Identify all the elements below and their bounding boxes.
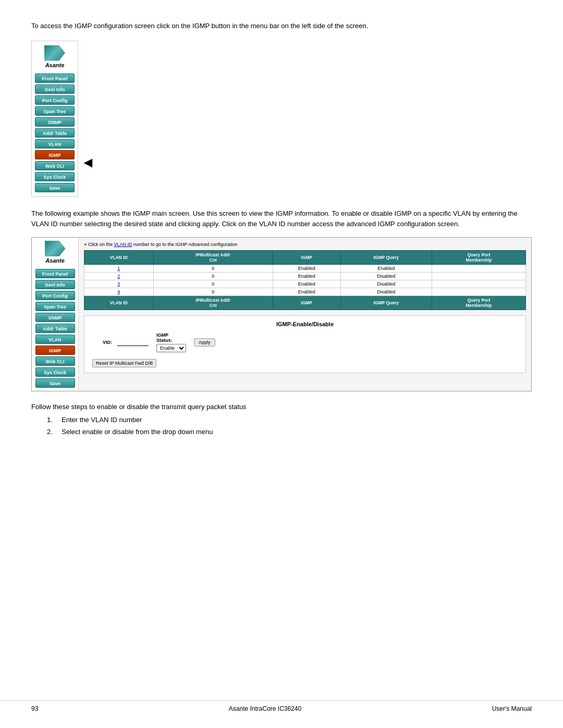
igmp-status-1: Enabled (273, 265, 340, 273)
table-row: 4 0 Enabled Disabled (84, 288, 526, 296)
step-1-number: 1. (47, 416, 57, 424)
ip-cnt-3: 0 (153, 280, 273, 288)
igmp-query-1: Enabled (340, 265, 432, 273)
igmp-status-2: Enabled (273, 273, 340, 280)
igmp-hint-text: ● Click on the VLAN ID number to go to t… (84, 242, 526, 247)
vid-input-line (117, 339, 149, 346)
footer-col-ip-multicast: IPMulticast AddrCnt (153, 296, 273, 310)
ip-cnt-1: 0 (153, 265, 273, 273)
membership-3 (432, 280, 525, 288)
membership-2 (432, 273, 525, 280)
menu-btn-sys-clock[interactable]: Sys Clock (35, 172, 75, 181)
second-paragraph: The following example shows the IGMP mai… (31, 208, 532, 230)
logo-icon-second (45, 241, 66, 256)
membership-4 (432, 288, 525, 296)
menu-btn-front-panel[interactable]: Front Panel (35, 73, 75, 83)
igmp-sidebar-vlan[interactable]: VLAN (35, 335, 75, 344)
igmp-table: VLAN ID IPMulticast AddrCnt IGMP IGMP Qu… (84, 250, 526, 310)
igmp-sidebar-addr-table[interactable]: Addr Table (35, 324, 75, 333)
col-igmp: IGMP (273, 251, 340, 265)
step-1: 1. Enter the VLAN ID number (47, 416, 532, 424)
steps-section: Follow these steps to enable or disable … (31, 403, 532, 436)
page-footer: 93 Asante IntraCore IC36240 User's Manua… (0, 700, 563, 712)
step-2-text: Select enable or disable from the drop d… (62, 428, 213, 436)
vid-form-row: VID: (103, 339, 149, 346)
igmp-arrow-indicator: ◄ (81, 154, 95, 171)
igmp-sidebar-save[interactable]: Save (35, 378, 75, 388)
step-1-text: Enter the VLAN ID number (62, 416, 142, 424)
menu-btn-vlan[interactable]: VLAN (35, 139, 75, 149)
igmp-sidebar-port-config[interactable]: Port Config (35, 291, 75, 300)
footer-doc-type: User's Manual (492, 705, 532, 712)
igmp-sidebar-snmp[interactable]: SNMP (35, 313, 75, 322)
footer-col-igmp-query: IGMP Query (340, 296, 432, 310)
col-query-port: Query PortMembership (432, 251, 525, 265)
footer-col-query-port: Query PortMembership (432, 296, 525, 310)
menu-btn-genl-info[interactable]: Genl Info (35, 84, 75, 94)
vlan-id-4-link[interactable]: 4 (117, 289, 120, 294)
steps-intro-text: Follow these steps to enable or disable … (31, 403, 532, 411)
sidebar-menu-first: Asante Front Panel Genl Info Port Config… (31, 41, 78, 197)
logo-text-first: Asante (45, 62, 65, 68)
igmp-status-4: Enabled (273, 288, 340, 296)
step-2-number: 2. (47, 428, 57, 436)
asante-logo-second: Asante (41, 241, 69, 264)
apply-button[interactable]: Apply (194, 338, 215, 347)
logo-icon-first (44, 45, 65, 61)
igmp-sidebar: Asante Front Panel Genl Info Port Config… (32, 238, 79, 391)
reset-ip-multicast-button[interactable]: Reset IP Multicast Fwd D/B (92, 359, 156, 367)
col-ip-multicast: IPMulticast AddrCnt (153, 251, 273, 265)
vlan-id-2-link[interactable]: 2 (117, 274, 120, 279)
menu-btn-web-cli[interactable]: Web CLI (35, 161, 75, 170)
logo-text-second: Asante (45, 257, 65, 264)
vlan-id-1-link[interactable]: 1 (117, 266, 120, 271)
menu-btn-span-tree[interactable]: Span Tree (35, 106, 75, 116)
menu-btn-addr-table[interactable]: Addr Table (35, 128, 75, 138)
ip-cnt-4: 0 (153, 288, 273, 296)
igmp-status-select[interactable]: Enable Disable (156, 344, 186, 352)
menu-btn-save[interactable]: Save (35, 183, 75, 192)
ip-cnt-2: 0 (153, 273, 273, 280)
igmp-enable-section: IGMP-Enable/Disable VID: IGMPStatus: Ena… (84, 315, 526, 373)
vlan-id-link[interactable]: VLAN ID (114, 242, 132, 247)
igmp-status-3: Enabled (273, 280, 340, 288)
igmp-sidebar-front-panel[interactable]: Front Panel (35, 269, 75, 278)
table-row: 2 0 Enabled Disabled (84, 273, 526, 280)
col-vlan-id: VLAN ID (84, 251, 154, 265)
igmp-main-screenshot: Asante Front Panel Genl Info Port Config… (31, 237, 532, 391)
bullet-icon: ● (84, 242, 87, 247)
step-2: 2. Select enable or disable from the dro… (47, 428, 532, 436)
col-igmp-query: IGMP Query (340, 251, 432, 265)
footer-col-vlan-id: VLAN ID (84, 296, 154, 310)
vlan-id-3-link[interactable]: 3 (117, 281, 120, 287)
igmp-sidebar-sys-clock[interactable]: Sys Clock (35, 367, 75, 377)
igmp-query-4: Disabled (340, 288, 432, 296)
igmp-enable-title: IGMP-Enable/Disable (92, 321, 518, 327)
igmp-content-area: ● Click on the VLAN ID number to go to t… (79, 238, 531, 391)
igmp-sidebar-span-tree[interactable]: Span Tree (35, 302, 75, 311)
igmp-sidebar-igmp[interactable]: IGMP (35, 346, 75, 355)
membership-1 (432, 265, 525, 273)
first-screenshot: Asante Front Panel Genl Info Port Config… (31, 41, 532, 197)
igmp-status-label: IGMPStatus: (156, 332, 173, 343)
asante-logo-first: Asante (41, 45, 69, 69)
igmp-status-group: IGMPStatus: Enable Disable (156, 332, 186, 352)
table-row: 3 0 Enabled Disabled (84, 280, 526, 288)
steps-list: 1. Enter the VLAN ID number 2. Select en… (47, 416, 532, 436)
footer-product-name: Asante IntraCore IC36240 (229, 705, 301, 712)
intro-paragraph: To access the IGMP configuration screen … (31, 21, 532, 31)
menu-btn-igmp[interactable]: IGMP (35, 150, 75, 159)
table-row: 1 0 Enabled Enabled (84, 265, 526, 273)
igmp-sidebar-genl-info[interactable]: Genl Info (35, 280, 75, 289)
vid-label: VID: (103, 340, 112, 345)
footer-col-igmp: IGMP (273, 296, 340, 310)
igmp-query-2: Disabled (340, 273, 432, 280)
footer-page-number: 93 (31, 705, 38, 712)
igmp-sidebar-web-cli[interactable]: Web CLI (35, 356, 75, 366)
menu-btn-port-config[interactable]: Port Config (35, 95, 75, 105)
menu-btn-snmp[interactable]: SNMP (35, 117, 75, 127)
igmp-query-3: Disabled (340, 280, 432, 288)
